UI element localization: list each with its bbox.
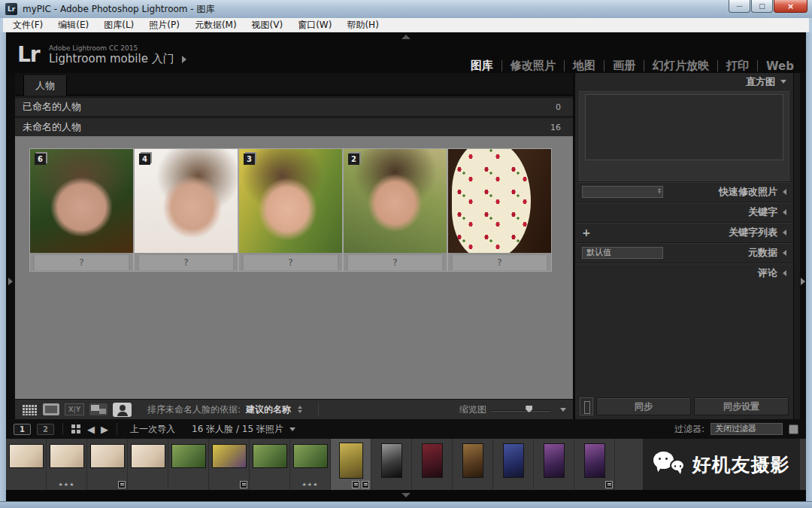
filmstrip-thumbnail-6[interactable]	[209, 439, 250, 490]
filmstrip-thumbnail-7[interactable]	[250, 439, 290, 490]
photo-thumb	[339, 443, 363, 479]
tab-people[interactable]: 人物	[23, 75, 67, 96]
star-rating: ★★★	[290, 482, 330, 488]
source-menu-icon[interactable]	[289, 427, 295, 431]
comments-collapse-icon[interactable]	[783, 270, 786, 276]
photo-thumb	[462, 443, 483, 478]
menu-view[interactable]: 视图(V)	[244, 18, 291, 32]
go-to-grid-icon[interactable]	[71, 424, 81, 434]
right-panel-collapse-strip[interactable]	[800, 73, 806, 419]
left-panel-collapsed[interactable]	[6, 73, 15, 419]
face-name-button[interactable]: ?	[451, 255, 548, 270]
minimize-button[interactable]: —	[729, 0, 750, 13]
bottom-panel-collapse-icon[interactable]	[401, 493, 411, 497]
face-thumbnail-1[interactable]: 6 ?	[29, 148, 134, 272]
filmstrip-thumbnail-15[interactable]	[574, 439, 615, 490]
metadata-collapse-icon[interactable]	[783, 250, 786, 256]
face-thumbnail-2[interactable]: 4 ?	[134, 148, 238, 272]
metadata-preset-select[interactable]: 默认值	[582, 247, 663, 259]
close-button[interactable]: ×	[774, 0, 807, 13]
window-titlebar[interactable]: Lr myPIC - Adobe Photoshop Lightroom - 图…	[0, 0, 812, 18]
left-panel-expand-icon[interactable]	[8, 278, 13, 285]
menu-help[interactable]: 帮助(H)	[339, 18, 386, 32]
filmstrip-thumbnail-5[interactable]	[168, 439, 209, 490]
toolbar-options-icon[interactable]	[560, 408, 566, 412]
keywording-header[interactable]: 关键字	[575, 202, 793, 222]
next-photo-icon[interactable]: ▶	[101, 424, 108, 434]
module-web[interactable]: Web	[766, 59, 794, 73]
filmstrip-thumbnail-4[interactable]	[128, 439, 168, 490]
previous-photo-icon[interactable]: ◀	[87, 424, 95, 434]
filmstrip-thumbnail-2[interactable]: ★★★	[47, 439, 87, 490]
filmstrip-thumbnail-13[interactable]	[493, 439, 534, 490]
maximize-button[interactable]: □	[751, 0, 773, 13]
histogram-header[interactable]: 直方图	[575, 73, 793, 90]
identity-menu-arrow-icon[interactable]	[182, 56, 186, 63]
filmstrip-thumbnail-11[interactable]	[412, 439, 453, 490]
named-people-header[interactable]: 已命名的人物 0	[15, 98, 573, 116]
module-slideshow[interactable]: 幻灯片放映	[653, 59, 709, 73]
histogram-collapse-icon[interactable]	[780, 80, 786, 84]
bottom-collapse-strip[interactable]	[6, 490, 806, 501]
filmstrip-thumbnail-1[interactable]	[6, 439, 47, 490]
filmstrip-counts[interactable]: 16 张人脸 / 15 张照片	[192, 423, 295, 436]
menu-window[interactable]: 窗口(W)	[290, 18, 339, 32]
face-count-badge: 2	[348, 154, 359, 165]
keyword-list-collapse-icon[interactable]	[783, 230, 786, 236]
keyword-list-header[interactable]: + 关键字列表	[575, 222, 793, 242]
face-thumbnail-4[interactable]: 2 ?	[343, 148, 447, 272]
face-name-button[interactable]: ?	[138, 255, 235, 270]
right-panel-collapse-icon[interactable]	[801, 278, 805, 285]
face-name-button[interactable]: ?	[33, 255, 130, 270]
menu-metadata[interactable]: 元数据(M)	[187, 18, 244, 32]
compare-view-icon[interactable]: X|Y	[65, 403, 84, 415]
filter-select[interactable]: 关闭过滤器	[710, 423, 783, 435]
sync-button[interactable]: 同步	[596, 397, 691, 415]
filmstrip-source[interactable]: 上一次导入	[130, 423, 175, 436]
filter-toggle-icon[interactable]	[789, 424, 798, 434]
module-develop[interactable]: 修改照片	[511, 59, 556, 73]
second-window-button[interactable]: 2	[37, 424, 54, 435]
module-print[interactable]: 打印	[726, 59, 749, 73]
people-view: 人物 已命名的人物 0 未命名的人物 16 6 ? 4	[15, 73, 573, 419]
comments-header[interactable]: 评论	[575, 263, 793, 283]
grid-view-icon[interactable]	[22, 404, 38, 415]
module-library[interactable]: 图库	[471, 59, 493, 73]
filter-label: 过滤器:	[674, 423, 704, 436]
filmstrip-thumbnail-12[interactable]	[453, 439, 493, 490]
face-thumbnail-5[interactable]: ?	[447, 148, 552, 272]
add-keyword-icon[interactable]: +	[582, 227, 591, 239]
module-divider	[717, 60, 718, 71]
filmstrip-thumbnail-8[interactable]: ★★★	[290, 439, 331, 490]
filmstrip-thumbnail-10[interactable]	[371, 439, 412, 490]
sort-value[interactable]: 建议的名称	[246, 403, 291, 416]
module-book[interactable]: 画册	[613, 59, 635, 73]
menu-edit[interactable]: 编辑(E)	[50, 18, 96, 32]
saved-preset-select[interactable]	[582, 186, 663, 198]
filmstrip-thumbnail-9-selected[interactable]	[331, 439, 371, 490]
survey-view-icon[interactable]	[89, 403, 108, 415]
face-name-button[interactable]: ?	[242, 255, 339, 270]
thumbnail-size-slider[interactable]	[492, 406, 550, 413]
sync-settings-button[interactable]: 同步设置	[694, 397, 789, 415]
menu-photo[interactable]: 照片(P)	[141, 18, 187, 32]
unnamed-people-header[interactable]: 未命名的人物 16	[15, 118, 573, 136]
top-panel-collapse-icon[interactable]	[401, 35, 411, 39]
people-view-icon[interactable]	[113, 403, 132, 417]
right-panel-scrollbar[interactable]	[793, 73, 800, 419]
face-name-button[interactable]: ?	[347, 255, 444, 270]
keywording-collapse-icon[interactable]	[783, 209, 786, 215]
sort-direction-icon[interactable]	[298, 406, 302, 413]
menu-library[interactable]: 图库(L)	[96, 18, 141, 32]
sync-status-icon[interactable]	[580, 397, 593, 415]
menu-file[interactable]: 文件(F)	[5, 18, 50, 32]
filmstrip-thumbnail-3[interactable]	[87, 439, 128, 490]
metadata-header[interactable]: 默认值 元数据	[575, 242, 793, 263]
loupe-view-icon[interactable]	[43, 403, 59, 415]
quick-develop-collapse-icon[interactable]	[783, 189, 786, 195]
main-window-button[interactable]: 1	[14, 424, 31, 435]
filmstrip-thumbnail-14[interactable]	[534, 439, 574, 490]
quick-develop-header[interactable]: 快速修改照片	[575, 181, 793, 202]
module-map[interactable]: 地图	[573, 59, 595, 73]
face-thumbnail-3[interactable]: 3 ?	[238, 148, 343, 272]
